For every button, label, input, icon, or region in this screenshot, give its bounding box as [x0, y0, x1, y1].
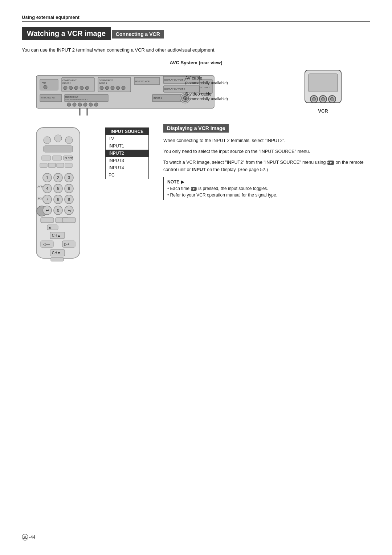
note-arrow: ▶	[181, 179, 184, 185]
note-item-1: Each time is pressed, the input source t…	[167, 186, 366, 191]
displaying-text3: To watch a VCR image, select "INPUT2" fr…	[163, 159, 370, 173]
intro-text: You can use the INPUT 2 terminal when co…	[22, 47, 370, 53]
displaying-text2: You only need to select the input source…	[163, 148, 370, 155]
footer: GB - 44	[22, 534, 35, 540]
svg-text:CH▲: CH▲	[52, 234, 61, 238]
input-source-item-input4: INPUT4	[106, 164, 148, 171]
input-source-item-tv: TV	[106, 135, 148, 142]
svg-text:8: 8	[57, 197, 59, 202]
svg-rect-107	[51, 258, 64, 261]
svg-point-17	[111, 86, 114, 90]
vcr-diagram	[301, 68, 345, 108]
svg-rect-30	[65, 94, 108, 102]
svg-point-57	[65, 137, 73, 144]
svideo-cable-label: S-video cable (commercially available)	[185, 92, 228, 101]
remote-area: SLEEP 1 2 3 AV MODE 4 5 6 SOUND	[22, 124, 94, 263]
svg-point-38	[94, 103, 98, 106]
svg-point-9	[74, 86, 78, 90]
svg-text:4: 4	[46, 186, 48, 191]
page-number-area: GB - 44	[22, 534, 35, 540]
svg-rect-1	[40, 79, 58, 90]
svg-rect-63	[40, 163, 47, 167]
input-source-item-pc: PC	[106, 171, 148, 179]
note-header: NOTE	[167, 179, 179, 185]
svg-text:COMPONENT: COMPONENT	[99, 79, 113, 81]
input-source-area: INPUT SOURCE TV INPUT1 INPUT2 INPUT3 INP…	[105, 127, 152, 263]
input-source-header: INPUT SOURCE	[106, 128, 148, 135]
displaying-text1: When connecting to the INPUT 2 terminals…	[163, 137, 370, 144]
svg-text:2: 2	[57, 175, 59, 180]
svg-text:RS-232C  VCR: RS-232C VCR	[135, 80, 150, 82]
svg-point-16	[105, 86, 109, 90]
svg-point-55	[44, 137, 51, 144]
svg-point-11	[85, 86, 89, 90]
note-box: NOTE ▶ Each time is pressed, the input s…	[163, 177, 370, 200]
svg-text:1: 1	[46, 175, 48, 180]
input-icon-note	[191, 187, 197, 191]
note-item-2: Refer to your VCR operation manual for t…	[167, 193, 366, 198]
svg-text:3: 3	[68, 175, 70, 180]
avc-label: AVC System (rear view)	[22, 60, 370, 65]
svg-text:0: 0	[57, 208, 59, 212]
input-source-item-input2: INPUT2	[106, 150, 148, 157]
svg-text:INPUT 1: INPUT 1	[99, 82, 107, 84]
svg-text:S-VIDEO  VIDEO  R-AUDIO-L: S-VIDEO VIDEO R-AUDIO-L	[65, 98, 89, 101]
vcr-label: VCR	[318, 108, 328, 114]
svg-text:ANT: ANT	[42, 82, 46, 84]
svg-point-37	[89, 103, 93, 106]
svg-point-52	[321, 97, 325, 101]
svg-point-7	[64, 86, 67, 90]
svg-point-51	[312, 97, 316, 101]
svg-point-53	[330, 97, 334, 101]
page-title: Watching a VCR image	[22, 27, 111, 40]
svg-text:7: 7	[46, 197, 48, 202]
svg-text:SLEEP: SLEEP	[65, 157, 73, 159]
svg-point-35	[78, 103, 82, 106]
svg-point-34	[73, 103, 76, 106]
svg-rect-58	[44, 146, 73, 152]
input-source-item-input1: INPUT1	[106, 142, 148, 150]
svg-rect-47	[309, 74, 338, 92]
svg-rect-94	[41, 218, 54, 223]
bottom-section: SLEEP 1 2 3 AV MODE 4 5 6 SOUND	[22, 124, 370, 263]
svg-text:MONITOR OUT: MONITOR OUT	[65, 96, 78, 98]
svg-text:CH▼: CH▼	[52, 251, 61, 255]
svg-text:INPUT 2: INPUT 2	[62, 82, 71, 84]
svg-text:DISPLAY OUTPUT 1: DISPLAY OUTPUT 1	[164, 79, 185, 81]
svg-text:INPUT 3: INPUT 3	[154, 97, 162, 99]
svg-point-3	[44, 85, 47, 89]
svg-text:DISPLAY OUTPUT 2: DISPLAY OUTPUT 2	[164, 88, 185, 90]
input-source-table: INPUT SOURCE TV INPUT1 INPUT2 INPUT3 INP…	[105, 127, 149, 179]
svg-rect-64	[48, 163, 56, 167]
footer-circle: GB	[22, 534, 28, 540]
input-icon-inline	[327, 160, 334, 165]
page-number: 44	[30, 535, 35, 540]
svg-rect-65	[57, 163, 64, 167]
svg-text:◁—: ◁—	[43, 242, 50, 246]
svg-point-56	[54, 135, 62, 142]
displaying-title: Displaying a VCR image	[163, 124, 229, 133]
svg-point-10	[80, 86, 83, 90]
svg-text:6: 6	[68, 186, 70, 191]
svg-text:⏯: ⏯	[49, 226, 52, 230]
svg-text:ANTI-CABLE NO.: ANTI-CABLE NO.	[41, 97, 55, 99]
svg-text:+/-: +/-	[68, 208, 73, 212]
svg-rect-96	[62, 218, 75, 223]
diagram-section: ANT COMPONENT INPUT 2 COMPONENT INPUT 1	[22, 68, 370, 117]
section-header: Using external equipment	[22, 15, 370, 22]
svg-point-8	[69, 86, 73, 90]
svg-text:COMPONENT: COMPONENT	[62, 79, 77, 81]
remote-control-diagram: SLEEP 1 2 3 AV MODE 4 5 6 SOUND	[22, 124, 94, 262]
svg-text:5: 5	[57, 186, 59, 191]
svg-rect-66	[65, 163, 72, 167]
svg-text:9: 9	[68, 197, 70, 202]
connecting-title: Connecting a VCR	[112, 30, 164, 39]
svg-point-18	[116, 86, 120, 90]
svg-rect-59	[42, 156, 51, 160]
input-source-item-input3: INPUT3	[106, 157, 148, 164]
svg-text:↩: ↩	[46, 208, 49, 212]
svg-point-15	[100, 86, 103, 90]
svg-text:▷+: ▷+	[64, 242, 69, 246]
svg-rect-60	[53, 156, 62, 160]
av-cable-label: AV cable (commercially available)	[185, 76, 228, 85]
